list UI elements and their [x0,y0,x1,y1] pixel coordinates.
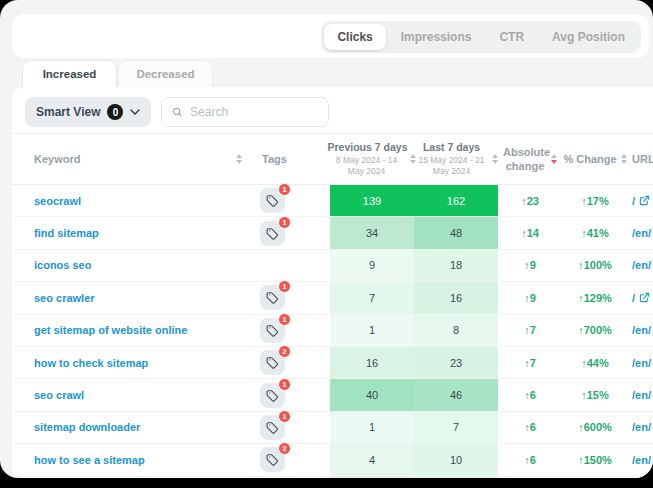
external-link-icon [639,292,650,303]
tab-decreased[interactable]: Decreased [118,60,213,87]
column-header-previous[interactable]: Previous 7 days 8 May 2024 - 14 May 2024 [330,141,414,177]
url-header-label: URL [632,153,653,165]
smart-view-label: Smart View [36,105,100,119]
last-value-cell: 8 [414,315,498,346]
tag-cell: 1 [252,217,330,248]
tab-increased[interactable]: Increased [22,60,117,87]
tag-cell: 1 [252,379,330,410]
keyword-link[interactable]: how to check sitemap [12,347,252,378]
sort-icon-absolute-change[interactable] [551,154,557,164]
url-text: / [632,195,635,207]
tag-icon [266,324,279,337]
metric-tab-ctr[interactable]: CTR [486,24,537,50]
url-link[interactable]: /en/ [628,250,653,281]
tag-cell: 1 [252,412,330,443]
absolute-header-label: Absolute change [503,145,547,174]
percent-change-value: ↑150% [562,444,628,475]
url-link[interactable]: /en/ [628,315,653,346]
last-value-cell: 10 [414,444,498,475]
percent-change-value: ↑15% [562,379,628,410]
table-row: iconos seo 9 18 ↑9 ↑100% /en/ [12,250,653,282]
previous-value-cell: 139 [330,185,414,216]
search-box [161,97,329,127]
tag-button[interactable]: 1 [260,383,285,408]
table-row: get sitemap of website online 1 1 8 ↑7 ↑… [12,315,653,347]
tag-count-badge: 1 [278,378,291,391]
percent-change-value: ↑44% [562,347,628,378]
last-title: Last 7 days [414,141,489,153]
external-link-icon [639,195,650,206]
trend-tabs: Increased Decreased [22,60,213,87]
last-value-cell: 48 [414,217,498,248]
absolute-change-value: ↑9 [498,282,562,313]
url-link[interactable]: /en/ [628,444,653,475]
tag-button[interactable]: 1 [260,188,285,213]
url-link[interactable]: / [628,282,653,313]
column-header-url: URL [628,153,653,165]
keyword-link[interactable]: seocrawl [12,185,252,216]
tag-icon [266,356,279,369]
url-link[interactable]: /en/ [628,412,653,443]
previous-value-cell: 7 [330,282,414,313]
keyword-link[interactable]: seo crawler [12,282,252,313]
sort-icon-keyword[interactable] [236,154,242,164]
previous-value-cell: 9 [330,250,414,281]
keyword-link[interactable]: seo crawl [12,379,252,410]
sort-icon-percent-change[interactable] [621,154,627,164]
tag-button[interactable]: 2 [260,447,285,472]
keyword-link[interactable]: get sitemap of website online [12,315,252,346]
table-row: find sitemap 1 34 48 ↑14 ↑41% /en/ [12,217,653,249]
tag-count-badge: 1 [278,183,291,196]
tag-count-badge: 1 [278,216,291,229]
tag-button[interactable]: 1 [260,221,285,246]
keyword-link[interactable]: how to see a sitemap [12,444,252,475]
table-row: seocrawl 1 139 162 ↑23 ↑17% / [12,185,653,217]
absolute-change-value: ↑7 [498,315,562,346]
column-header-absolute-change[interactable]: Absolute change [498,145,562,174]
url-link[interactable]: /en/ [628,379,653,410]
url-text: /en/ [632,357,651,369]
url-text: / [632,292,635,304]
table-row: sitemap downloader 1 1 7 ↑6 ↑600% /en/ [12,412,653,444]
previous-value-cell: 34 [330,217,414,248]
last-value-cell: 7 [414,412,498,443]
keyword-link[interactable]: iconos seo [12,250,252,281]
url-link[interactable]: /en/ [628,347,653,378]
percent-change-value: ↑600% [562,412,628,443]
metric-tab-avg-position[interactable]: Avg Position [539,24,638,50]
tag-button[interactable]: 1 [260,318,285,343]
table-row-partial [12,477,653,478]
column-header-keyword[interactable]: Keyword [12,153,252,165]
tag-button[interactable]: 2 [260,350,285,375]
last-date-range: 15 May 2024 - 21 May 2024 [414,155,489,177]
url-link[interactable]: /en/ [628,217,653,248]
search-input[interactable] [190,105,318,119]
last-value-cell: 23 [414,347,498,378]
absolute-change-value: ↑6 [498,412,562,443]
percent-header-label: % Change [563,152,616,166]
url-link[interactable]: / [628,185,653,216]
metric-segmented-control: Clicks Impressions CTR Avg Position [321,21,641,53]
tag-icon [266,421,279,434]
tag-count-badge: 1 [278,313,291,326]
metric-tab-impressions[interactable]: Impressions [388,24,485,50]
table-header: Keyword Tags Previous 7 days 8 May 2024 … [12,133,653,185]
url-text: /en/ [632,259,651,271]
tag-button[interactable]: 1 [260,285,285,310]
percent-change-value: ↑100% [562,250,628,281]
column-header-last[interactable]: Last 7 days 15 May 2024 - 21 May 2024 [414,141,498,177]
percent-change-value: ↑41% [562,217,628,248]
column-header-percent-change[interactable]: % Change [562,152,628,166]
metric-tab-clicks[interactable]: Clicks [324,24,385,50]
table-body: seocrawl 1 139 162 ↑23 ↑17% / find sitem… [12,185,653,478]
smart-view-dropdown[interactable]: Smart View 0 [25,97,151,127]
keyword-link[interactable]: find sitemap [12,217,252,248]
table-row: how to check sitemap 2 16 23 ↑7 ↑44% /en… [12,347,653,379]
tag-button[interactable]: 1 [260,415,285,440]
keyword-link[interactable]: sitemap downloader [12,412,252,443]
last-value-cell: 46 [414,379,498,410]
top-bar: Clicks Impressions CTR Avg Position [12,14,649,58]
tags-header-label: Tags [262,153,287,165]
url-text: /en/ [632,421,651,433]
absolute-change-value: ↑23 [498,185,562,216]
